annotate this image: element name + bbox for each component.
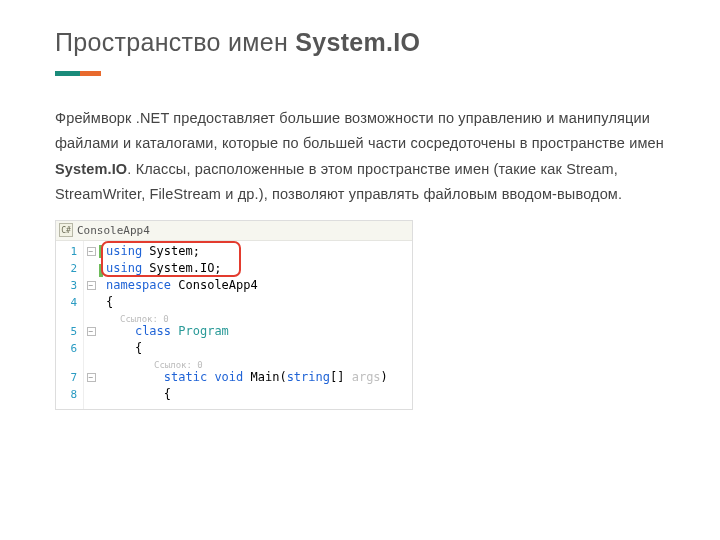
- line-number-gutter: 1 2 3 4 5 6 7 8: [56, 241, 84, 409]
- tab-bar: C# ConsoleApp4: [56, 221, 412, 241]
- codelens-refs[interactable]: Ссылок: 0: [106, 357, 412, 369]
- fold-minus-icon[interactable]: −: [87, 373, 96, 382]
- code-editor: C# ConsoleApp4 1 2 3 4 5 6 7 8 − − − −: [55, 220, 413, 410]
- title-bold: System.IO: [295, 28, 420, 56]
- fold-minus-icon[interactable]: −: [87, 327, 96, 336]
- csharp-icon: C#: [59, 223, 73, 237]
- fold-minus-icon[interactable]: −: [87, 281, 96, 290]
- change-marker: [99, 264, 103, 277]
- code-body: 1 2 3 4 5 6 7 8 − − − −: [56, 241, 412, 409]
- page-title: Пространство имен System.IO: [55, 28, 670, 57]
- tab-label: ConsoleApp4: [77, 224, 150, 237]
- body-paragraph: Фреймворк .NET предоставляет большие воз…: [55, 106, 670, 208]
- change-marker: [99, 245, 103, 258]
- fold-minus-icon[interactable]: −: [87, 247, 96, 256]
- title-prefix: Пространство имен: [55, 28, 295, 56]
- fold-gutter: − − − −: [84, 241, 98, 409]
- accent-bar: [55, 71, 101, 76]
- codelens-refs[interactable]: Ссылок: 0: [106, 311, 412, 323]
- source-code[interactable]: using System; using System.IO; namespace…: [104, 241, 412, 409]
